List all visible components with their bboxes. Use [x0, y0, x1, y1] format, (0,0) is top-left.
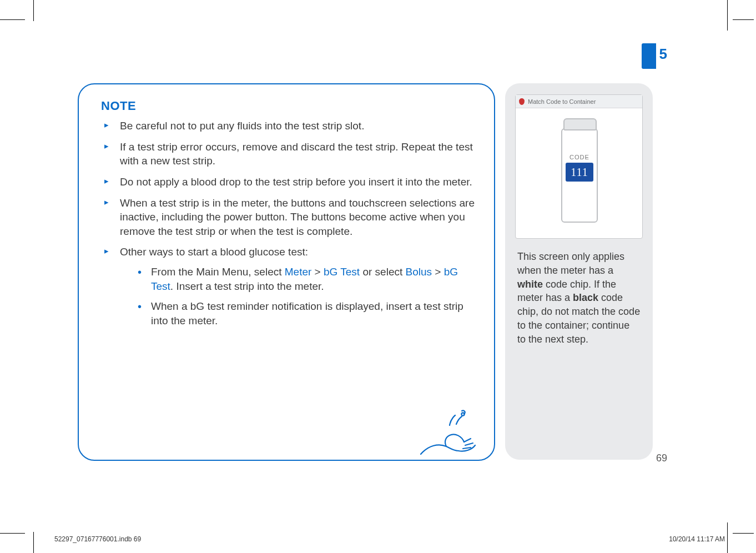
device-screenshot: Match Code to Container CODE 111	[515, 94, 643, 239]
sub-list: From the Main Menu, select Meter > bG Te…	[120, 265, 475, 328]
list-item: Do not apply a blood drop to the test st…	[101, 175, 475, 189]
crop-mark	[33, 532, 34, 553]
crop-mark	[733, 19, 754, 20]
list-item: If a test strip error occurs, remove and…	[101, 140, 475, 168]
crop-mark	[0, 19, 25, 20]
device-header: Match Code to Container	[516, 95, 642, 108]
side-panel: Match Code to Container CODE 111 This sc…	[505, 83, 653, 460]
crop-mark	[733, 533, 754, 534]
print-timestamp: 10/20/14 11:17 AM	[669, 535, 725, 543]
sub-list-item: When a bG test reminder notification is …	[120, 299, 475, 328]
page-number: 69	[656, 453, 667, 464]
note-title: NOTE	[101, 99, 475, 113]
crop-mark	[727, 522, 728, 553]
emphasis: white	[517, 279, 543, 290]
vial-code-label: CODE	[566, 154, 593, 160]
text: >	[311, 266, 324, 278]
note-box: NOTE Be careful not to put any fluids in…	[78, 83, 495, 461]
emphasis: black	[573, 292, 598, 303]
vial-cap	[563, 118, 597, 130]
list-item: Other ways to start a blood glucose test…	[101, 245, 475, 328]
list-item: When a test strip is in the meter, the b…	[101, 196, 475, 239]
text: . Insert a test strip into the meter.	[170, 280, 324, 292]
crop-mark	[727, 0, 728, 31]
blood-drop-icon	[519, 98, 525, 105]
text: or select	[360, 266, 405, 278]
list-item-text: Other ways to start a blood glucose test…	[120, 246, 308, 258]
crop-mark	[33, 0, 34, 21]
text: This screen only applies when the meter …	[517, 251, 624, 276]
device-header-text: Match Code to Container	[528, 98, 596, 105]
menu-path: Meter	[285, 266, 312, 278]
vial-code-value: 111	[566, 163, 593, 182]
text: From the Main Menu, select	[151, 266, 285, 278]
menu-path: bG Test	[324, 266, 360, 278]
print-slug: 52297_07167776001.indb 69	[54, 535, 141, 543]
list-item: Be careful not to put any fluids into th…	[101, 119, 475, 133]
section-number: 5	[659, 46, 667, 63]
menu-path: Bolus	[406, 266, 432, 278]
crop-mark	[0, 533, 25, 534]
note-list: Be careful not to put any fluids into th…	[101, 119, 475, 328]
text: >	[432, 266, 444, 278]
sub-list-item: From the Main Menu, select Meter > bG Te…	[120, 265, 475, 294]
chapter-tab	[642, 43, 656, 69]
side-caption: This screen only applies when the meter …	[515, 250, 643, 346]
test-strip-vial: CODE 111	[561, 128, 598, 223]
hands-sketch-icon	[416, 406, 483, 462]
